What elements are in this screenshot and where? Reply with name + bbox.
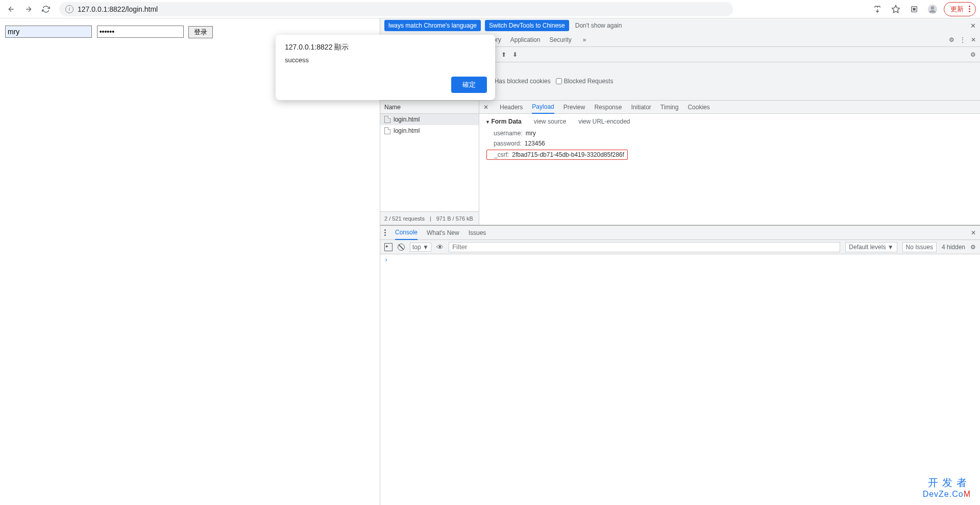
- dtab-preview[interactable]: Preview: [564, 101, 585, 113]
- url-input[interactable]: [78, 5, 727, 13]
- console-filter-input[interactable]: [449, 242, 840, 252]
- tab-application[interactable]: Application: [510, 33, 541, 46]
- detail-tabs: ✕ Headers Payload Preview Response Initi…: [479, 101, 980, 114]
- blocked-requests-checkbox[interactable]: Blocked Requests: [556, 76, 614, 87]
- request-list-header[interactable]: Name: [380, 101, 479, 114]
- share-icon[interactable]: [870, 2, 885, 16]
- update-button[interactable]: 更新: [944, 2, 976, 16]
- request-item[interactable]: login.html: [380, 114, 479, 125]
- request-detail: ✕ Headers Payload Preview Response Initi…: [479, 101, 980, 225]
- detail-close-icon[interactable]: ✕: [483, 104, 488, 111]
- svg-rect-2: [913, 8, 915, 10]
- dtab-timing[interactable]: Timing: [660, 101, 679, 113]
- svg-point-4: [931, 6, 935, 10]
- drawer-close-icon[interactable]: ✕: [971, 229, 976, 236]
- file-icon: [384, 116, 390, 123]
- network-settings-icon[interactable]: ⚙: [970, 51, 976, 58]
- match-language-button[interactable]: lways match Chrome's language: [384, 20, 481, 31]
- upload-icon[interactable]: ⬆: [501, 51, 506, 58]
- alert-ok-button[interactable]: 確定: [451, 77, 487, 93]
- network-main: Name login.html login.html 2 / 521 reque…: [380, 101, 980, 225]
- dtab-initiator[interactable]: Initiator: [631, 101, 651, 113]
- infobar-close-icon[interactable]: ✕: [970, 22, 976, 30]
- browser-toolbar: i 更新: [0, 0, 980, 18]
- payload-row-username: username:mry: [485, 128, 974, 138]
- drawer-tab-whatsnew[interactable]: What's New: [427, 229, 459, 236]
- log-levels-select[interactable]: Default levels ▼: [845, 242, 897, 252]
- profile-icon[interactable]: [925, 2, 940, 16]
- drawer-tab-console[interactable]: Console: [395, 226, 418, 240]
- console-drawer: Console What's New Issues ✕ top ▼ 👁 Defa…: [380, 225, 980, 266]
- download-icon[interactable]: ⬇: [512, 51, 518, 58]
- devtools-menu-icon[interactable]: ⋮: [960, 36, 966, 43]
- view-source-link[interactable]: view source: [534, 118, 566, 125]
- site-info-icon[interactable]: i: [65, 5, 74, 13]
- console-sidebar-toggle-icon[interactable]: [384, 243, 393, 251]
- settings-gear-icon[interactable]: ⚙: [949, 36, 954, 43]
- form-data-section-title[interactable]: Form Data: [485, 118, 522, 125]
- clear-console-icon[interactable]: [398, 244, 405, 251]
- console-toolbar: top ▼ 👁 Default levels ▼ No Issues 4 hid…: [380, 240, 980, 254]
- username-input[interactable]: [5, 26, 92, 38]
- bookmark-star-icon[interactable]: [889, 2, 903, 16]
- drawer-menu-icon[interactable]: [384, 229, 386, 236]
- menu-dots-icon: [966, 6, 973, 12]
- console-prompt[interactable]: ›: [380, 254, 980, 266]
- tab-security[interactable]: Security: [549, 33, 571, 46]
- payload-row-password: password:123456: [485, 138, 974, 149]
- dont-show-again-link[interactable]: Don't show again: [575, 22, 622, 29]
- hidden-count: 4 hidden: [942, 244, 965, 251]
- context-selector[interactable]: top ▼: [410, 243, 431, 252]
- request-list: Name login.html login.html 2 / 521 reque…: [380, 101, 479, 225]
- console-settings-icon[interactable]: ⚙: [970, 244, 976, 251]
- view-url-encoded-link[interactable]: view URL-encoded: [578, 118, 630, 125]
- request-status-bar: 2 / 521 requests | 971 B / 576 kB: [380, 211, 479, 225]
- address-bar[interactable]: i: [59, 2, 733, 16]
- drawer-tabs: Console What's New Issues ✕: [380, 226, 980, 240]
- dtab-payload[interactable]: Payload: [532, 101, 554, 114]
- forward-button[interactable]: [21, 2, 36, 16]
- file-icon: [384, 127, 390, 134]
- switch-chinese-button[interactable]: Switch DevTools to Chinese: [485, 20, 569, 31]
- alert-title: 127.0.0.1:8822 顯示: [285, 43, 486, 52]
- extensions-icon[interactable]: [907, 2, 921, 16]
- login-button[interactable]: 登录: [188, 26, 213, 38]
- more-tabs-icon[interactable]: »: [583, 36, 586, 43]
- password-input[interactable]: [97, 26, 184, 38]
- update-label: 更新: [950, 5, 964, 14]
- devtools-close-icon[interactable]: ✕: [971, 36, 976, 43]
- no-issues-badge[interactable]: No Issues: [902, 242, 937, 252]
- has-blocked-cookies-checkbox[interactable]: Has blocked cookies: [486, 76, 551, 87]
- dtab-headers[interactable]: Headers: [500, 101, 523, 113]
- live-expression-icon[interactable]: 👁: [436, 243, 444, 251]
- dtab-cookies[interactable]: Cookies: [688, 101, 709, 113]
- request-item[interactable]: login.html: [380, 125, 479, 136]
- devtools-infobar: lways match Chrome's language Switch Dev…: [380, 18, 980, 33]
- payload-body: Form Data view source view URL-encoded u…: [479, 114, 980, 164]
- drawer-tab-issues[interactable]: Issues: [469, 229, 486, 236]
- back-button[interactable]: [4, 2, 18, 16]
- js-alert-dialog: 127.0.0.1:8822 顯示 success 確定: [276, 35, 495, 100]
- dtab-response[interactable]: Response: [594, 101, 622, 113]
- watermark: 开发者 DevZe.CoM: [923, 476, 971, 499]
- payload-row-csrf-highlighted: _csrf:2fbad715-db71-45db-b419-3320d85f28…: [486, 150, 628, 160]
- reload-button[interactable]: [39, 2, 53, 16]
- svg-marker-0: [892, 5, 900, 12]
- alert-message: success: [285, 56, 486, 64]
